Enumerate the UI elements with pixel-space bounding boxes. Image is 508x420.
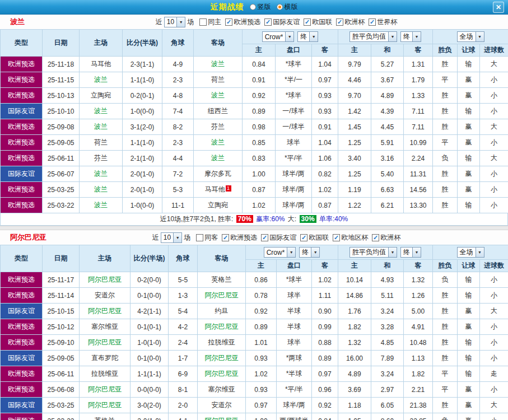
score-cell: 0-0(0-0): [131, 382, 169, 398]
goals-result-cell: 小: [480, 413, 508, 420]
match-count-select[interactable]: 10▼: [164, 17, 185, 27]
goals-result-cell: 小: [480, 104, 508, 119]
odds-draw: 4.85: [371, 335, 404, 351]
filter-checkbox[interactable]: ✓欧国联: [300, 233, 329, 242]
radio-icon[interactable]: [277, 4, 283, 10]
filter-checkbox[interactable]: ✓欧国联: [304, 17, 332, 27]
checkbox-icon[interactable]: ✓: [261, 234, 268, 241]
col-score: 比分(半场): [131, 245, 169, 272]
filter-checkbox[interactable]: ✓世界杯: [369, 17, 397, 27]
odds-draw: 8.60: [371, 413, 404, 420]
goals-result-cell: 走: [480, 366, 508, 382]
filter-checkbox[interactable]: ✓国际友谊: [261, 233, 296, 242]
handicap-away-odds: 1.02: [312, 182, 338, 198]
radio-icon[interactable]: [250, 4, 256, 10]
avg-time-select[interactable]: 终▼: [400, 31, 421, 42]
radio-vertical-layout[interactable]: 竖版: [250, 2, 271, 12]
handicap-result-cell: 赢: [458, 398, 480, 413]
asian-win-rate: 赢率:60%: [256, 215, 285, 223]
checkbox-icon[interactable]: ✓: [222, 234, 229, 241]
handicap-line: 一/球半: [276, 119, 312, 135]
checkbox-icon[interactable]: ✓: [369, 18, 376, 26]
match-type-cell: 欧洲预选: [1, 413, 43, 420]
match-count-select[interactable]: 10▼: [161, 232, 182, 243]
away-team-name: 摩尔多瓦: [204, 170, 231, 178]
checkbox-icon[interactable]: ✓: [333, 234, 340, 241]
match-row: 欧洲预选 25-03-22 波兰 1-0(0-0) 11-1 立陶宛 1.02 …: [1, 198, 508, 213]
home-team-name: 直布罗陀: [91, 354, 118, 362]
odds-home-win: 1.25: [338, 166, 371, 182]
home-team-cell: 波兰: [80, 119, 123, 135]
fulltime-select[interactable]: 全场▼: [457, 247, 484, 258]
filter-checkbox[interactable]: ✓欧洲预选: [222, 233, 257, 242]
col-handicap-home: 主: [246, 260, 277, 272]
odds-draw: 4.45: [371, 119, 404, 135]
away-team-name: 波兰: [211, 91, 225, 99]
match-row: 国际友谊 25-10-15 阿尔巴尼亚 4-2(1-1) 5-4 约旦 0.92…: [1, 304, 508, 319]
handicap-home-odds: 1.00: [246, 413, 277, 420]
goals-result-cell: 大: [480, 57, 508, 72]
match-date-cell: 25-09-10: [43, 335, 80, 351]
match-type-cell: 欧洲预选: [1, 57, 43, 72]
away-team-cell: 拉脱维亚: [198, 335, 246, 351]
corner-cell: 7-4: [162, 104, 194, 119]
odds-draw: 5.27: [371, 57, 404, 72]
radio-horizontal-layout[interactable]: 横版: [277, 2, 298, 12]
home-team-cell: 波兰: [80, 104, 123, 119]
checkbox-icon[interactable]: ✓: [264, 18, 272, 26]
filter-checkbox[interactable]: ✓欧洲杯: [372, 233, 400, 242]
handicap-away-odds: 0.96: [312, 382, 338, 398]
match-date-cell: 25-10-10: [43, 104, 80, 119]
bookmaker-select[interactable]: Crow*▼: [262, 31, 295, 42]
chevron-down-icon: ▼: [311, 248, 319, 257]
match-type-cell: 欧洲预选: [1, 272, 43, 288]
avg-time-select[interactable]: 终▼: [400, 247, 421, 258]
home-team-name: 阿尔巴尼亚: [88, 401, 122, 409]
corner-cell: 4-1: [169, 413, 198, 420]
odds-time-select[interactable]: 终▼: [299, 247, 320, 258]
away-team-name: 阿尔巴尼亚: [205, 370, 239, 377]
close-icon[interactable]: ✕: [493, 2, 504, 13]
match-date-cell: 25-09-05: [43, 135, 80, 151]
filter-checkbox[interactable]: ✓国际友谊: [264, 17, 300, 27]
goals-result-cell: 小: [480, 182, 508, 198]
fulltime-select[interactable]: 全场▼: [457, 31, 484, 42]
checkbox-icon[interactable]: [196, 234, 203, 241]
handicap-result-cell: 输: [458, 198, 480, 213]
away-team-name: 纽西兰: [208, 107, 228, 115]
bookmaker-select[interactable]: Crow*▼: [264, 247, 296, 258]
checkbox-icon[interactable]: [199, 18, 207, 26]
handicap-line: 球半/两: [276, 182, 312, 198]
goals-result-cell: 小: [480, 198, 508, 213]
away-team-name: 立陶宛: [208, 201, 228, 209]
filter-checkbox[interactable]: 同客: [196, 233, 218, 242]
albania-match-table: 类型 日期 主场 比分(半场) 角球 客场 Crow*▼终▼ 胜平负均值▼终▼ …: [0, 245, 508, 420]
odds-draw: 3.24: [371, 304, 404, 319]
home-team-cell: 阿尔巴尼亚: [80, 304, 131, 319]
filter-checkbox[interactable]: ✓欧地区杯: [333, 233, 368, 242]
avg-odds-select[interactable]: 胜平负均值▼: [349, 247, 397, 258]
away-team-cell: 摩尔多瓦: [194, 166, 243, 182]
checkbox-icon[interactable]: ✓: [304, 18, 311, 26]
checkbox-icon[interactable]: ✓: [300, 234, 307, 241]
match-type-cell: 国际友谊: [1, 398, 43, 413]
filter-checkbox[interactable]: 同主: [199, 17, 221, 27]
goals-result-cell: 小: [480, 166, 508, 182]
checkbox-icon[interactable]: ✓: [336, 18, 343, 26]
handicap-home-odds: 1.02: [243, 198, 276, 213]
score-cell: 1-1(1-0): [123, 72, 162, 88]
poland-match-table: 类型 日期 主场 比分(半场) 角球 客场 Crow*▼终▼ 胜平负均值▼终▼ …: [0, 29, 508, 213]
goals-result-cell: 小: [480, 382, 508, 398]
odds-home-win: 1.76: [338, 304, 371, 319]
avg-odds-select[interactable]: 胜平负均值▼: [349, 31, 397, 42]
handicap-line: 球半: [276, 135, 312, 151]
odds-time-select[interactable]: 终▼: [297, 31, 318, 42]
checkbox-icon[interactable]: ✓: [225, 18, 232, 26]
odds-away-win: 22.85: [404, 413, 433, 420]
filter-checkbox[interactable]: ✓欧洲杯: [336, 17, 365, 27]
filter-checkbox[interactable]: ✓欧洲预选: [225, 17, 260, 27]
corner-cell: 4-2: [169, 319, 198, 335]
checkbox-icon[interactable]: ✓: [372, 234, 379, 241]
col-date: 日期: [43, 30, 80, 57]
away-team-name: 约旦: [215, 307, 229, 315]
